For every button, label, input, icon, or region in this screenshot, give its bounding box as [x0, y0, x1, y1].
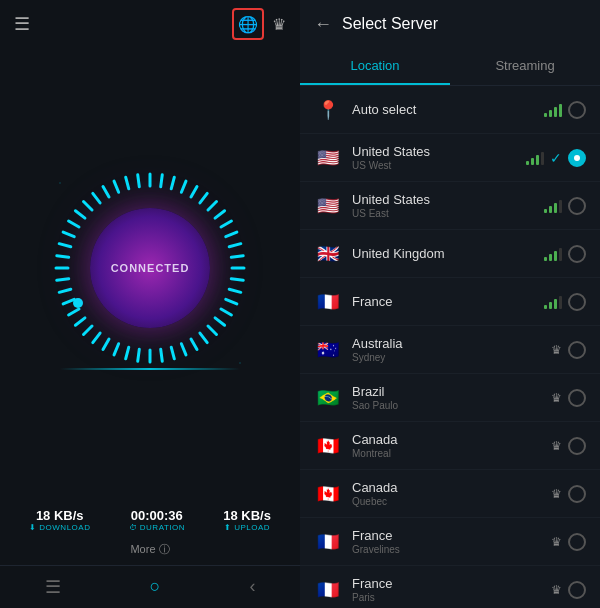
spinner-container[interactable]: CONNECTED [50, 168, 250, 368]
radio-button[interactable] [568, 485, 586, 503]
back-button[interactable]: ← [314, 14, 332, 35]
connected-label: CONNECTED [111, 262, 190, 274]
server-item[interactable]: 🇫🇷FranceParis♛ [300, 566, 600, 608]
radio-button[interactable] [568, 149, 586, 167]
svg-line-45 [114, 181, 119, 192]
svg-line-23 [161, 349, 163, 361]
svg-line-34 [59, 289, 71, 292]
server-name: Canada [352, 480, 551, 495]
flag-icon: 📍 [314, 100, 342, 120]
signal-bars [544, 103, 562, 117]
radio-button[interactable] [568, 581, 586, 599]
flag-icon: 🇺🇸 [314, 196, 342, 216]
radio-button[interactable] [568, 437, 586, 455]
server-item[interactable]: 🇦🇺AustraliaSydney♛ [300, 326, 600, 374]
server-item[interactable]: 🇨🇦CanadaMontreal♛ [300, 422, 600, 470]
server-sub: US West [352, 160, 526, 171]
radio-button[interactable] [568, 197, 586, 215]
svg-line-32 [69, 309, 79, 315]
signal-bars [526, 151, 544, 165]
server-item[interactable]: 🇫🇷France [300, 278, 600, 326]
selected-check-icon: ✓ [550, 150, 562, 166]
nav-menu-icon[interactable]: ☰ [45, 576, 61, 598]
radio-button[interactable] [568, 245, 586, 263]
server-name: Brazil [352, 384, 551, 399]
svg-line-1 [161, 175, 163, 187]
flag-icon: 🇦🇺 [314, 340, 342, 360]
server-sub: Sydney [352, 352, 551, 363]
menu-icon[interactable]: ☰ [14, 13, 30, 35]
signal-bar [549, 254, 552, 261]
server-item[interactable]: 🇺🇸United StatesUS West✓ [300, 134, 600, 182]
server-sub: Montreal [352, 448, 551, 459]
signal-bar [554, 251, 557, 261]
svg-line-29 [93, 333, 100, 343]
premium-crown-icon: ♛ [551, 391, 562, 405]
svg-line-16 [221, 309, 231, 315]
server-item[interactable]: 🇬🇧United Kingdom [300, 230, 600, 278]
svg-line-10 [229, 244, 241, 247]
signal-bar [554, 107, 557, 117]
upload-value: 18 KB/s [223, 508, 271, 523]
server-info: United StatesUS West [352, 144, 526, 171]
signal-bar [559, 248, 562, 261]
crown-icon[interactable]: ♛ [272, 15, 286, 34]
server-item[interactable]: 🇺🇸United StatesUS East [300, 182, 600, 230]
signal-bars [544, 247, 562, 261]
server-name: France [352, 294, 544, 309]
radio-button[interactable] [568, 389, 586, 407]
flag-icon: 🇨🇦 [314, 484, 342, 504]
server-right [544, 245, 586, 263]
globe-button[interactable]: 🌐 [232, 8, 264, 40]
server-right [544, 101, 586, 119]
signal-bar [544, 257, 547, 261]
svg-line-43 [93, 193, 100, 203]
svg-line-6 [208, 202, 216, 210]
radio-button[interactable] [568, 101, 586, 119]
tab-location[interactable]: Location [300, 48, 450, 85]
server-info: FranceParis [352, 576, 551, 603]
radio-button[interactable] [568, 293, 586, 311]
server-sub: US East [352, 208, 544, 219]
signal-bar [536, 155, 539, 165]
tab-streaming[interactable]: Streaming [450, 48, 600, 85]
svg-point-48 [73, 298, 83, 308]
right-panel: ← Select Server Location Streaming 📍Auto… [300, 0, 600, 608]
flag-icon: 🇧🇷 [314, 388, 342, 408]
server-info: AustraliaSydney [352, 336, 551, 363]
tabs-row: Location Streaming [300, 48, 600, 86]
bottom-nav: ☰ ○ ‹ [0, 565, 300, 608]
server-item[interactable]: 🇫🇷FranceGravelines♛ [300, 518, 600, 566]
signal-bar [549, 110, 552, 117]
nav-home-icon[interactable]: ○ [150, 576, 161, 598]
signal-bar [531, 158, 534, 165]
signal-bar [544, 305, 547, 309]
right-title: Select Server [342, 15, 438, 33]
radio-button[interactable] [568, 341, 586, 359]
nav-back-icon[interactable]: ‹ [249, 576, 255, 598]
duration-stat: 00:00:36 ⏱ DURATION [129, 508, 185, 532]
connected-button[interactable]: CONNECTED [90, 208, 210, 328]
more-button[interactable]: More ⓘ [0, 537, 300, 565]
server-right: ♛ [551, 341, 586, 359]
svg-line-38 [59, 244, 71, 247]
server-name: United States [352, 144, 526, 159]
upload-label: ⬆ UPLOAD [224, 523, 270, 532]
server-name: France [352, 528, 551, 543]
server-item[interactable]: 🇨🇦CanadaQuebec♛ [300, 470, 600, 518]
svg-line-15 [226, 299, 237, 304]
server-info: United Kingdom [352, 246, 544, 261]
globe-icon: 🌐 [238, 15, 258, 34]
flag-icon: 🇬🇧 [314, 244, 342, 264]
svg-line-30 [84, 326, 92, 334]
server-item[interactable]: 📍Auto select [300, 86, 600, 134]
server-sub: Paris [352, 592, 551, 603]
server-right: ♛ [551, 437, 586, 455]
flag-icon: 🇨🇦 [314, 436, 342, 456]
flag-icon: 🇫🇷 [314, 580, 342, 600]
server-item[interactable]: 🇧🇷BrazilSao Paulo♛ [300, 374, 600, 422]
radio-button[interactable] [568, 533, 586, 551]
premium-crown-icon: ♛ [551, 487, 562, 501]
svg-line-35 [57, 279, 69, 281]
svg-line-8 [221, 221, 231, 227]
